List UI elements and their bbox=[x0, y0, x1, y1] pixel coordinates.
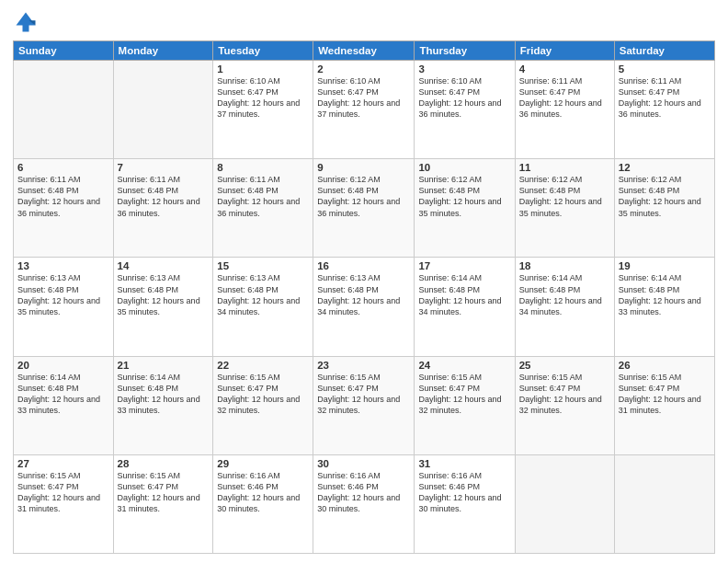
day-info: Sunrise: 6:15 AMSunset: 6:47 PMDaylight:… bbox=[519, 372, 610, 417]
day-number: 24 bbox=[418, 360, 510, 371]
day-info: Sunrise: 6:14 AMSunset: 6:48 PMDaylight:… bbox=[619, 272, 711, 317]
calendar-cell: 25Sunrise: 6:15 AMSunset: 6:47 PMDayligh… bbox=[515, 356, 614, 454]
day-info: Sunrise: 6:11 AMSunset: 6:48 PMDaylight:… bbox=[118, 174, 210, 219]
day-info: Sunrise: 6:11 AMSunset: 6:48 PMDaylight:… bbox=[17, 174, 109, 219]
day-number: 22 bbox=[217, 360, 309, 371]
day-number: 18 bbox=[519, 260, 610, 271]
week-row-2: 6Sunrise: 6:11 AMSunset: 6:48 PMDaylight… bbox=[14, 159, 715, 258]
day-number: 12 bbox=[619, 162, 711, 173]
day-number: 2 bbox=[317, 63, 410, 75]
calendar-cell: 18Sunrise: 6:14 AMSunset: 6:48 PMDayligh… bbox=[515, 258, 614, 356]
weekday-header-thursday: Thursday bbox=[415, 41, 515, 61]
calendar-cell: 12Sunrise: 6:12 AMSunset: 6:48 PMDayligh… bbox=[614, 159, 714, 258]
logo-icon bbox=[13, 9, 39, 35]
day-info: Sunrise: 6:15 AMSunset: 6:47 PMDaylight:… bbox=[317, 372, 410, 417]
calendar-cell: 14Sunrise: 6:13 AMSunset: 6:48 PMDayligh… bbox=[113, 258, 213, 356]
day-number: 7 bbox=[118, 162, 210, 173]
week-row-5: 27Sunrise: 6:15 AMSunset: 6:47 PMDayligh… bbox=[14, 454, 715, 553]
calendar-cell: 20Sunrise: 6:14 AMSunset: 6:48 PMDayligh… bbox=[14, 356, 114, 454]
day-info: Sunrise: 6:11 AMSunset: 6:48 PMDaylight:… bbox=[217, 174, 309, 219]
day-info: Sunrise: 6:15 AMSunset: 6:47 PMDaylight:… bbox=[217, 372, 309, 417]
weekday-header-saturday: Saturday bbox=[614, 41, 714, 61]
calendar-cell: 26Sunrise: 6:15 AMSunset: 6:47 PMDayligh… bbox=[614, 356, 714, 454]
calendar-cell: 31Sunrise: 6:16 AMSunset: 6:46 PMDayligh… bbox=[415, 454, 515, 553]
day-number: 29 bbox=[217, 458, 309, 469]
day-info: Sunrise: 6:15 AMSunset: 6:47 PMDaylight:… bbox=[619, 372, 711, 417]
day-number: 17 bbox=[418, 260, 510, 271]
day-info: Sunrise: 6:12 AMSunset: 6:48 PMDaylight:… bbox=[619, 174, 711, 219]
day-info: Sunrise: 6:13 AMSunset: 6:48 PMDaylight:… bbox=[118, 272, 210, 317]
day-number: 19 bbox=[619, 260, 711, 271]
week-row-3: 13Sunrise: 6:13 AMSunset: 6:48 PMDayligh… bbox=[14, 258, 715, 356]
week-row-4: 20Sunrise: 6:14 AMSunset: 6:48 PMDayligh… bbox=[14, 356, 715, 454]
day-number: 26 bbox=[619, 360, 711, 371]
day-info: Sunrise: 6:16 AMSunset: 6:46 PMDaylight:… bbox=[317, 470, 410, 515]
day-info: Sunrise: 6:14 AMSunset: 6:48 PMDaylight:… bbox=[418, 272, 510, 317]
day-number: 30 bbox=[317, 458, 410, 469]
day-info: Sunrise: 6:13 AMSunset: 6:48 PMDaylight:… bbox=[317, 272, 410, 317]
calendar-cell: 21Sunrise: 6:14 AMSunset: 6:48 PMDayligh… bbox=[113, 356, 213, 454]
calendar-cell: 29Sunrise: 6:16 AMSunset: 6:46 PMDayligh… bbox=[213, 454, 313, 553]
calendar-cell: 3Sunrise: 6:10 AMSunset: 6:47 PMDaylight… bbox=[415, 61, 515, 159]
day-number: 15 bbox=[217, 260, 309, 271]
calendar-cell: 11Sunrise: 6:12 AMSunset: 6:48 PMDayligh… bbox=[515, 159, 614, 258]
day-number: 1 bbox=[217, 63, 309, 75]
week-row-1: 1Sunrise: 6:10 AMSunset: 6:47 PMDaylight… bbox=[14, 61, 715, 159]
calendar-cell bbox=[515, 454, 614, 553]
calendar-cell: 9Sunrise: 6:12 AMSunset: 6:48 PMDaylight… bbox=[313, 159, 415, 258]
day-info: Sunrise: 6:11 AMSunset: 6:47 PMDaylight:… bbox=[519, 75, 610, 121]
day-info: Sunrise: 6:10 AMSunset: 6:47 PMDaylight:… bbox=[317, 75, 410, 121]
day-info: Sunrise: 6:14 AMSunset: 6:48 PMDaylight:… bbox=[17, 372, 109, 417]
day-number: 21 bbox=[118, 360, 210, 371]
day-info: Sunrise: 6:12 AMSunset: 6:48 PMDaylight:… bbox=[418, 174, 510, 219]
day-number: 25 bbox=[519, 360, 610, 371]
day-number: 23 bbox=[317, 360, 410, 371]
calendar-cell: 16Sunrise: 6:13 AMSunset: 6:48 PMDayligh… bbox=[313, 258, 415, 356]
calendar-cell: 4Sunrise: 6:11 AMSunset: 6:47 PMDaylight… bbox=[515, 61, 614, 159]
day-info: Sunrise: 6:14 AMSunset: 6:48 PMDaylight:… bbox=[519, 272, 610, 317]
day-info: Sunrise: 6:14 AMSunset: 6:48 PMDaylight:… bbox=[118, 372, 210, 417]
weekday-header-row: SundayMondayTuesdayWednesdayThursdayFrid… bbox=[14, 41, 715, 61]
day-info: Sunrise: 6:12 AMSunset: 6:48 PMDaylight:… bbox=[317, 174, 410, 219]
weekday-header-monday: Monday bbox=[113, 41, 213, 61]
calendar-cell: 7Sunrise: 6:11 AMSunset: 6:48 PMDaylight… bbox=[113, 159, 213, 258]
weekday-header-sunday: Sunday bbox=[14, 41, 114, 61]
day-number: 11 bbox=[519, 162, 610, 173]
calendar-cell: 19Sunrise: 6:14 AMSunset: 6:48 PMDayligh… bbox=[614, 258, 714, 356]
day-number: 16 bbox=[317, 260, 410, 271]
day-info: Sunrise: 6:13 AMSunset: 6:48 PMDaylight:… bbox=[17, 272, 109, 317]
calendar-cell: 8Sunrise: 6:11 AMSunset: 6:48 PMDaylight… bbox=[213, 159, 313, 258]
day-number: 9 bbox=[317, 162, 410, 173]
day-number: 20 bbox=[17, 360, 109, 371]
day-info: Sunrise: 6:10 AMSunset: 6:47 PMDaylight:… bbox=[217, 75, 309, 121]
calendar-cell: 5Sunrise: 6:11 AMSunset: 6:47 PMDaylight… bbox=[614, 61, 714, 159]
day-info: Sunrise: 6:15 AMSunset: 6:47 PMDaylight:… bbox=[17, 470, 109, 515]
day-number: 31 bbox=[418, 458, 510, 469]
day-info: Sunrise: 6:16 AMSunset: 6:46 PMDaylight:… bbox=[418, 470, 510, 515]
day-info: Sunrise: 6:11 AMSunset: 6:47 PMDaylight:… bbox=[619, 75, 711, 121]
weekday-header-wednesday: Wednesday bbox=[313, 41, 415, 61]
day-info: Sunrise: 6:12 AMSunset: 6:48 PMDaylight:… bbox=[519, 174, 610, 219]
calendar-cell: 13Sunrise: 6:13 AMSunset: 6:48 PMDayligh… bbox=[14, 258, 114, 356]
day-number: 5 bbox=[619, 63, 711, 75]
day-number: 10 bbox=[418, 162, 510, 173]
logo bbox=[13, 9, 42, 35]
calendar-cell: 22Sunrise: 6:15 AMSunset: 6:47 PMDayligh… bbox=[213, 356, 313, 454]
day-info: Sunrise: 6:16 AMSunset: 6:46 PMDaylight:… bbox=[217, 470, 309, 515]
calendar-cell: 15Sunrise: 6:13 AMSunset: 6:48 PMDayligh… bbox=[213, 258, 313, 356]
weekday-header-tuesday: Tuesday bbox=[213, 41, 313, 61]
day-number: 14 bbox=[118, 260, 210, 271]
day-number: 27 bbox=[17, 458, 109, 469]
calendar-cell bbox=[113, 61, 213, 159]
day-info: Sunrise: 6:13 AMSunset: 6:48 PMDaylight:… bbox=[217, 272, 309, 317]
calendar: SundayMondayTuesdayWednesdayThursdayFrid… bbox=[13, 40, 715, 554]
page: SundayMondayTuesdayWednesdayThursdayFrid… bbox=[0, 0, 728, 563]
calendar-cell: 6Sunrise: 6:11 AMSunset: 6:48 PMDaylight… bbox=[14, 159, 114, 258]
day-info: Sunrise: 6:10 AMSunset: 6:47 PMDaylight:… bbox=[418, 75, 510, 121]
day-number: 3 bbox=[418, 63, 510, 75]
calendar-cell: 1Sunrise: 6:10 AMSunset: 6:47 PMDaylight… bbox=[213, 61, 313, 159]
calendar-cell: 27Sunrise: 6:15 AMSunset: 6:47 PMDayligh… bbox=[14, 454, 114, 553]
weekday-header-friday: Friday bbox=[515, 41, 614, 61]
calendar-cell bbox=[614, 454, 714, 553]
day-number: 8 bbox=[217, 162, 309, 173]
